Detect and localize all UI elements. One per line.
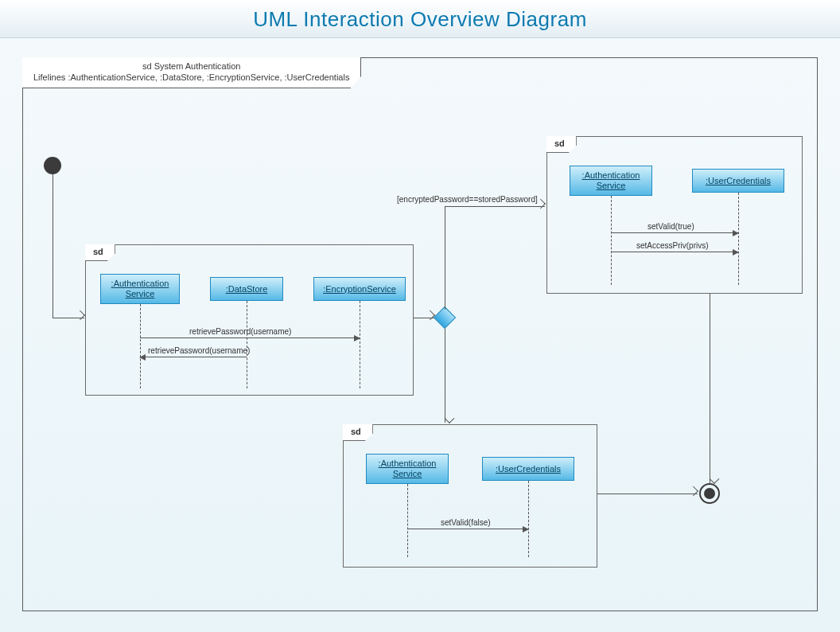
- sd2-frame: sd :Authentication Service :UserCredenti…: [546, 136, 803, 294]
- sd1-msg1-label: retrievePassword(username): [189, 327, 291, 336]
- diagram-canvas: sd System Authentication Lifelines :Auth…: [0, 38, 840, 632]
- sd3-tab: sd: [343, 424, 373, 441]
- sd1-ll-auth: :Authentication Service: [100, 274, 180, 304]
- flow-initial-right: [52, 318, 84, 318]
- outer-frame-title: sd System Authentication: [33, 60, 349, 72]
- sd2-dash-auth: [611, 196, 612, 285]
- initial-node: [44, 157, 61, 174]
- sd2-msg1-label: setValid(true): [648, 222, 694, 231]
- sd3-msg1-line: [407, 529, 528, 529]
- sd1-ll-encryption: :EncryptionService: [313, 277, 406, 301]
- page-title: UML Interaction Overview Diagram: [0, 0, 840, 38]
- outer-frame: sd System Authentication Lifelines :Auth…: [22, 57, 818, 611]
- sd1-frame: sd :Authentication Service :DataStore :E…: [85, 244, 414, 396]
- final-node: [699, 483, 720, 504]
- flow-initial-down: [52, 174, 53, 318]
- decision-node: [434, 306, 456, 329]
- sd3-dash-uc: [528, 481, 529, 557]
- flow-dec-up: [445, 206, 445, 310]
- flow-sd1-decision: [414, 318, 434, 318]
- sd2-dash-uc: [738, 193, 739, 285]
- sd3-frame: sd :Authentication Service :UserCredenti…: [343, 424, 597, 568]
- sd2-ll-auth: :Authentication Service: [570, 166, 652, 196]
- flow-dec-right-sd2: [445, 206, 545, 207]
- sd3-ll-auth: :Authentication Service: [366, 454, 449, 484]
- sd2-msg2-line: [611, 252, 738, 252]
- sd2-ll-uc: :UserCredentials: [692, 169, 784, 193]
- sd1-dash-ds: [247, 301, 247, 388]
- sd1-dash-auth: [140, 304, 141, 388]
- sd2-msg1-line: [611, 232, 738, 233]
- sd2-tab: sd: [546, 136, 577, 153]
- guard-label: [encryptedPassword==storedPassword]: [397, 195, 538, 204]
- sd1-msg1-line: [140, 337, 360, 338]
- sd1-msg2-line: [140, 357, 247, 357]
- sd1-tab: sd: [85, 244, 115, 261]
- flow-sd3-right: [597, 494, 698, 494]
- flow-dec-down: [445, 329, 445, 423]
- outer-frame-header: sd System Authentication Lifelines :Auth…: [22, 57, 361, 88]
- flow-sd2-down: [710, 294, 710, 483]
- sd3-ll-uc: :UserCredentials: [482, 457, 574, 481]
- outer-frame-lifelines: Lifelines :AuthenticationService, :DataS…: [33, 72, 349, 83]
- sd1-msg2-label: retrievePassword(username): [148, 346, 250, 355]
- sd3-dash-auth: [407, 484, 408, 557]
- flow-sd2-arrow: [710, 472, 710, 483]
- sd1-dash-enc: [360, 301, 360, 388]
- sd2-msg2-label: setAccessPriv(privs): [636, 241, 709, 250]
- sd3-msg1-label: setValid(false): [441, 518, 491, 527]
- sd1-ll-datastore: :DataStore: [210, 277, 283, 301]
